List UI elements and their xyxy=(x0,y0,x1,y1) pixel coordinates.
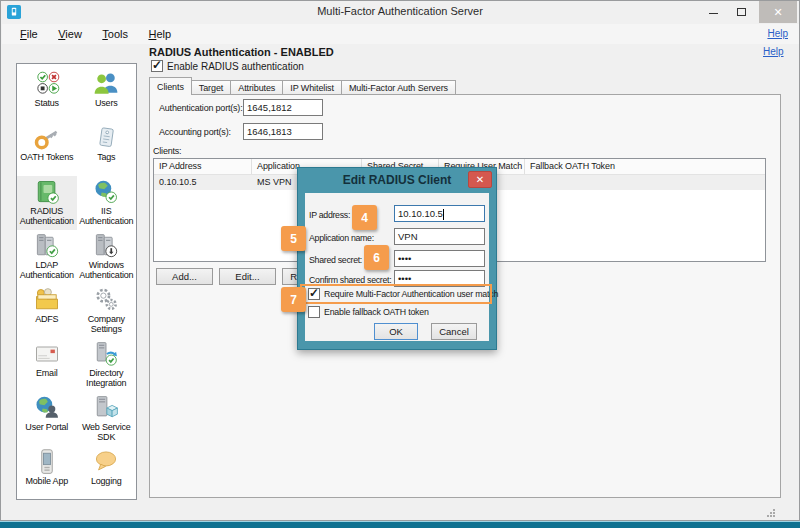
tags-icon xyxy=(91,124,121,152)
client-ip-cell: 0.10.10.5 xyxy=(154,175,252,190)
iis-authentication-icon xyxy=(91,178,121,206)
directory-integration-icon xyxy=(91,340,121,368)
sidebar-item-label: Status xyxy=(35,99,59,109)
sidebar-item-iis-authentication[interactable]: IIS Authentication xyxy=(77,176,137,230)
ip-address-input[interactable]: 10.10.10.5 xyxy=(394,205,485,222)
minimize-button[interactable] xyxy=(699,1,727,23)
sidebar-item-oath-tokens[interactable]: OATH Tokens xyxy=(17,122,77,176)
callout-step-6: 6 xyxy=(364,245,389,270)
sidebar-item-tags[interactable]: Tags xyxy=(77,122,137,176)
sidebar-item-label: Web Service SDK xyxy=(77,423,137,443)
enable-radius-checkbox[interactable]: Enable RADIUS authentication xyxy=(151,60,304,72)
page-title: RADIUS Authentication - ENABLED xyxy=(149,46,334,58)
clients-label: Clients: xyxy=(153,146,181,156)
shared-secret-label: Shared secret: xyxy=(309,255,362,265)
window-title: Multi-Factor Authentication Server xyxy=(1,5,799,17)
web-service-sdk-icon xyxy=(91,394,121,422)
windows-authentication-icon xyxy=(91,232,121,260)
sidebar-item-status[interactable]: Status xyxy=(17,68,77,122)
tab-target[interactable]: Target xyxy=(192,80,231,95)
dialog-close-button[interactable]: ✕ xyxy=(468,171,492,188)
application-name-label: Application name: xyxy=(309,233,374,243)
sidebar-item-label: User Portal xyxy=(25,423,68,433)
close-icon: ✕ xyxy=(476,174,484,185)
text-caret xyxy=(443,209,444,220)
column-header-fallback-oath-token[interactable]: Fallback OATH Token xyxy=(525,159,765,174)
sidebar-item-mobile-app[interactable]: Mobile App xyxy=(17,446,77,500)
column-header-ip-address[interactable]: IP Address xyxy=(154,159,252,174)
maximize-icon xyxy=(737,8,746,16)
accounting-ports-input[interactable]: 1646,1813 xyxy=(243,123,323,140)
sidebar-item-web-service-sdk[interactable]: Web Service SDK xyxy=(77,392,137,446)
sidebar-item-email[interactable]: Email xyxy=(17,338,77,392)
users-icon xyxy=(91,70,121,98)
sidebar-item-users[interactable]: Users xyxy=(77,68,137,122)
maximize-button[interactable] xyxy=(727,1,755,23)
sidebar-item-label: Tags xyxy=(97,153,115,163)
sidebar-item-label: LDAP Authentication xyxy=(17,261,77,281)
cancel-button[interactable]: Cancel xyxy=(431,323,477,340)
company-settings-icon xyxy=(91,286,121,314)
main-help-link[interactable]: Help xyxy=(763,46,784,57)
sidebar-item-label: IIS Authentication xyxy=(77,207,137,227)
shared-secret-input[interactable]: •••• xyxy=(394,250,485,267)
sidebar-item-label: Windows Authentication xyxy=(77,261,137,281)
checkbox-unchecked-icon xyxy=(308,306,320,318)
sidebar-item-radius-authentication[interactable]: RADIUS Authentication xyxy=(17,176,77,230)
require-user-match-label: Require Multi-Factor Authentication user… xyxy=(324,289,498,299)
sidebar-item-logging[interactable]: Logging xyxy=(77,446,137,500)
ok-button[interactable]: OK xyxy=(374,323,418,340)
confirm-shared-secret-value: •••• xyxy=(398,273,411,284)
menu-help[interactable]: Help xyxy=(140,25,179,40)
enable-fallback-oath-checkbox[interactable]: Enable fallback OATH token xyxy=(308,306,429,318)
menu-tools[interactable]: Tools xyxy=(94,25,136,40)
callout-step-5: 5 xyxy=(281,226,306,251)
ip-address-value: 10.10.10.5 xyxy=(398,208,443,219)
sidebar-item-ldap-authentication[interactable]: LDAP Authentication xyxy=(17,230,77,284)
sidebar: Status Users OATH Tokens xyxy=(16,63,137,500)
bottom-accent-bar xyxy=(0,521,800,528)
sidebar-item-directory-integration[interactable]: Directory Integration xyxy=(77,338,137,392)
sidebar-item-user-portal[interactable]: User Portal xyxy=(17,392,77,446)
edit-button[interactable]: Edit... xyxy=(219,268,276,285)
tab-multi-factor-auth-servers[interactable]: Multi-Factor Auth Servers xyxy=(342,80,456,95)
logging-icon xyxy=(91,448,121,476)
tab-clients[interactable]: Clients xyxy=(149,77,192,95)
resize-grip[interactable] xyxy=(765,504,776,522)
tab-ip-whitelist[interactable]: IP Whitelist xyxy=(283,80,342,95)
menu-file[interactable]: File xyxy=(12,25,46,40)
application-name-value: VPN xyxy=(398,231,418,242)
application-name-input[interactable]: VPN xyxy=(394,228,485,245)
dialog-help-link[interactable]: Help xyxy=(767,28,788,39)
add-button[interactable]: Add... xyxy=(156,268,213,285)
callout-step-7: 7 xyxy=(281,287,306,312)
close-icon: ✕ xyxy=(773,7,782,18)
require-user-match-checkbox[interactable]: Require Multi-Factor Authentication user… xyxy=(308,288,498,300)
enable-fallback-oath-label: Enable fallback OATH token xyxy=(324,307,429,317)
sidebar-item-label: ADFS xyxy=(35,315,58,325)
confirm-shared-secret-input[interactable]: •••• xyxy=(394,270,485,287)
authentication-ports-label: Authentication port(s): xyxy=(159,103,242,113)
sidebar-item-label: Directory Integration xyxy=(77,369,137,389)
sidebar-item-label: Users xyxy=(95,99,118,109)
sidebar-item-label: OATH Tokens xyxy=(20,153,73,163)
sidebar-item-adfs[interactable]: ADFS xyxy=(17,284,77,338)
ldap-authentication-icon xyxy=(32,232,62,260)
checkbox-checked-icon xyxy=(151,60,163,72)
menu-view[interactable]: View xyxy=(50,25,90,40)
sidebar-item-windows-authentication[interactable]: Windows Authentication xyxy=(77,230,137,284)
sidebar-item-label: Company Settings xyxy=(77,315,137,335)
user-portal-icon xyxy=(32,394,62,422)
tab-attributes[interactable]: Attributes xyxy=(231,80,283,95)
authentication-ports-input[interactable]: 1645,1812 xyxy=(243,99,323,116)
screen: Multi-Factor Authentication Server ✕ Fil… xyxy=(0,0,800,528)
sidebar-item-label: Mobile App xyxy=(25,477,68,487)
close-button[interactable]: ✕ xyxy=(759,1,797,23)
enable-radius-label: Enable RADIUS authentication xyxy=(167,61,304,72)
authentication-ports-value: 1645,1812 xyxy=(247,102,292,113)
sidebar-item-company-settings[interactable]: Company Settings xyxy=(77,284,137,338)
minimize-icon xyxy=(709,11,718,14)
dialog-title: Edit RADIUS Client xyxy=(298,168,496,193)
checkbox-checked-icon xyxy=(308,288,320,300)
accounting-ports-label: Accounting port(s): xyxy=(159,127,231,137)
